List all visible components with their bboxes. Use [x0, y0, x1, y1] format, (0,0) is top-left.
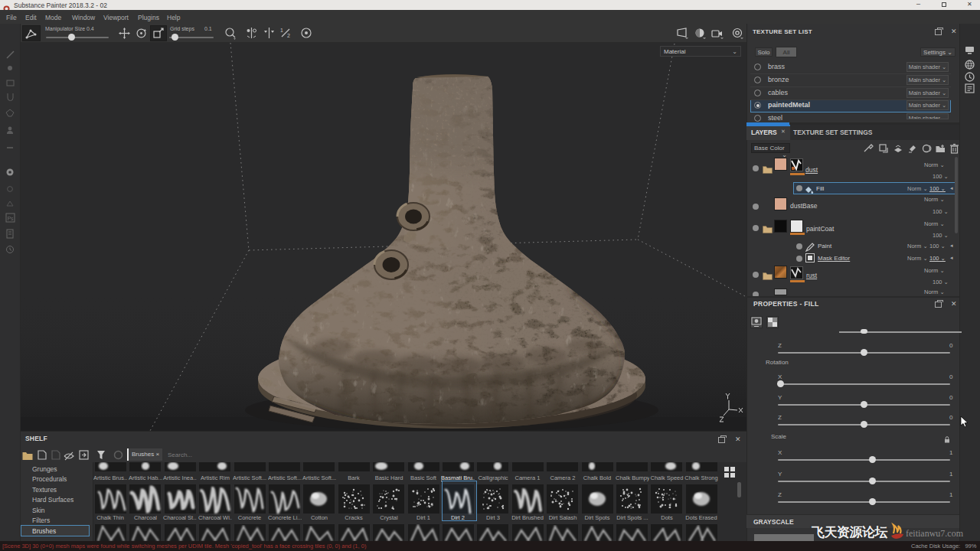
svg-text:1: 1 — [280, 28, 283, 33]
svg-text:Ps: Ps — [7, 216, 14, 221]
svg-text:2: 2 — [287, 33, 290, 38]
